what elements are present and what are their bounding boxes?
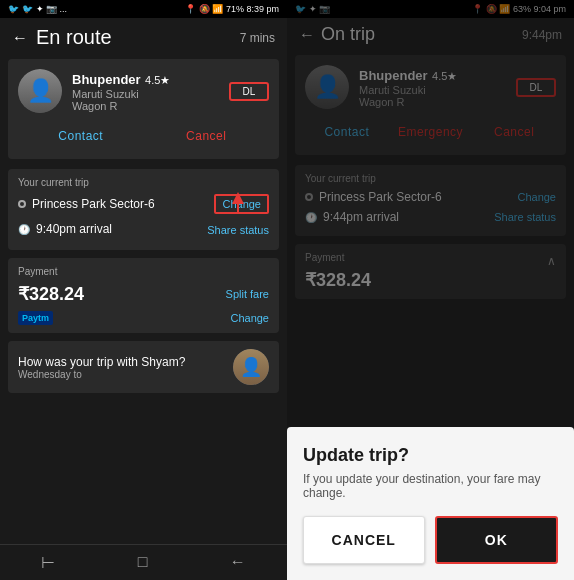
up-arrow-icon bbox=[232, 192, 244, 204]
trip-location-text: Princess Park Sector-6 bbox=[32, 197, 155, 211]
split-fare-button[interactable]: Split fare bbox=[226, 288, 269, 300]
feedback-section: How was your trip with Shyam? Wednesday … bbox=[8, 341, 279, 393]
clock-icon: 🕐 bbox=[18, 224, 30, 235]
left-status-bar: 🐦 🐦 ✦ 📷 ... 📍 🔕 📶 71% 8:39 pm bbox=[0, 0, 287, 18]
avatar-image: 👤 bbox=[18, 69, 62, 113]
dialog-description: If you update your destination, your far… bbox=[303, 472, 558, 500]
payment-label: Payment bbox=[18, 266, 269, 277]
feedback-text: How was your trip with Shyam? Wednesday … bbox=[18, 355, 223, 380]
share-status-button[interactable]: Share status bbox=[207, 224, 269, 236]
right-panel: 🐦 ✦ 📷 📍 🔕 📶 63% 9:04 pm ← On trip 9:44pm… bbox=[287, 0, 574, 580]
eta-time: 7 mins bbox=[240, 31, 275, 45]
paytm-badge: Paytm bbox=[18, 311, 53, 325]
arrow-stem bbox=[237, 204, 239, 214]
status-icons: 🐦 ✦ 📷 ... bbox=[22, 4, 67, 14]
driver-model: Wagon R bbox=[72, 100, 219, 112]
driver-info-row: 👤 Bhupender 4.5★ Maruti Suzuki Wagon R D… bbox=[18, 69, 269, 113]
back-button[interactable]: ← bbox=[12, 29, 28, 47]
payment-amount: ₹328.24 bbox=[18, 283, 84, 305]
payment-section: Payment ₹328.24 Split fare Paytm Change bbox=[8, 258, 279, 333]
contact-button[interactable]: Contact bbox=[18, 123, 144, 149]
dialog-buttons: CANCEL OK bbox=[303, 516, 558, 564]
page-title: En route bbox=[36, 26, 232, 49]
license-plate: DL bbox=[229, 82, 269, 101]
left-panel: 🐦 🐦 ✦ 📷 ... 📍 🔕 📶 71% 8:39 pm ← En route… bbox=[0, 0, 287, 580]
trip-section-label: Your current trip bbox=[18, 177, 269, 188]
driver-avatar: 👤 bbox=[18, 69, 62, 113]
feedback-avatar-image: 👤 bbox=[233, 349, 269, 385]
left-header: ← En route 7 mins bbox=[0, 18, 287, 53]
dialog-cancel-button[interactable]: CANCEL bbox=[303, 516, 425, 564]
trip-location-left: Princess Park Sector-6 bbox=[18, 197, 155, 211]
status-left: 🐦 🐦 ✦ 📷 ... bbox=[8, 4, 67, 14]
action-buttons: Contact Cancel bbox=[18, 123, 269, 149]
nav-recent-button[interactable]: ← bbox=[230, 553, 246, 572]
location-dot-icon bbox=[18, 200, 26, 208]
status-right-text: 📍 🔕 📶 71% 8:39 pm bbox=[185, 4, 279, 14]
dialog-title: Update trip? bbox=[303, 445, 558, 466]
nav-home-button[interactable]: □ bbox=[138, 553, 148, 572]
driver-name-rating: Bhupender 4.5★ bbox=[72, 70, 219, 88]
cancel-button[interactable]: Cancel bbox=[144, 123, 270, 149]
driver-details: Bhupender 4.5★ Maruti Suzuki Wagon R bbox=[72, 70, 219, 112]
nav-back-button[interactable]: ⊢ bbox=[41, 553, 55, 572]
feedback-subtitle: Wednesday to bbox=[18, 369, 223, 380]
feedback-title: How was your trip with Shyam? bbox=[18, 355, 223, 369]
left-bottom-nav: ⊢ □ ← bbox=[0, 544, 287, 580]
arrow-annotation bbox=[232, 192, 244, 214]
trip-section: Your current trip Princess Park Sector-6… bbox=[8, 169, 279, 250]
driver-card: 👤 Bhupender 4.5★ Maruti Suzuki Wagon R D… bbox=[8, 59, 279, 159]
arrival-time-text: 9:40pm arrival bbox=[36, 222, 112, 236]
driver-name: Bhupender bbox=[72, 72, 141, 87]
driver-rating: 4.5★ bbox=[145, 74, 170, 86]
update-trip-overlay: Update trip? If you update your destinat… bbox=[287, 0, 574, 580]
driver-car: Maruti Suzuki bbox=[72, 88, 219, 100]
twitter-icon: 🐦 bbox=[8, 4, 19, 14]
trip-arrival-left: 🕐 9:40pm arrival bbox=[18, 222, 112, 236]
paytm-row: Paytm Change bbox=[18, 311, 269, 325]
feedback-avatar: 👤 bbox=[233, 349, 269, 385]
payment-change-button[interactable]: Change bbox=[230, 312, 269, 324]
update-trip-dialog: Update trip? If you update your destinat… bbox=[287, 427, 574, 580]
dialog-ok-button[interactable]: OK bbox=[435, 516, 559, 564]
trip-arrival-row: 🕐 9:40pm arrival Share status bbox=[18, 220, 269, 238]
share-container: Share status bbox=[207, 220, 269, 238]
status-right: 📍 🔕 📶 71% 8:39 pm bbox=[185, 4, 279, 14]
payment-amount-row: ₹328.24 Split fare bbox=[18, 283, 269, 305]
